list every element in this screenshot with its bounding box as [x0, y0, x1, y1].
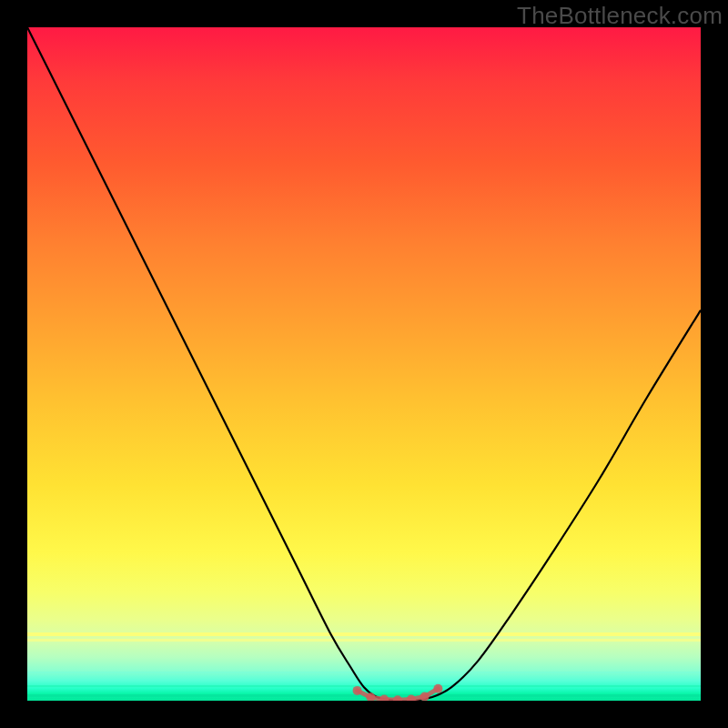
bottleneck-curve — [27, 27, 701, 701]
valley-marker — [407, 695, 416, 701]
watermark-text: TheBottleneck.com — [517, 2, 723, 30]
valley-marker — [353, 686, 362, 695]
curve-layer — [27, 27, 701, 701]
valley-marker — [379, 695, 389, 701]
plot-area — [27, 27, 701, 701]
valley-marker — [433, 684, 442, 693]
valley-marker — [393, 695, 402, 701]
chart-canvas: TheBottleneck.com — [0, 0, 728, 728]
